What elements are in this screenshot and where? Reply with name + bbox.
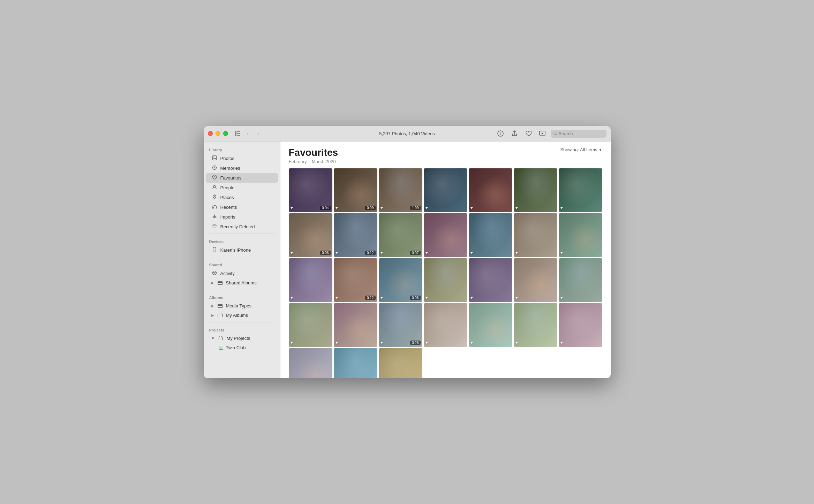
sidebar-item-shared-albums[interactable]: ▶ Shared Albums bbox=[206, 278, 278, 288]
sidebar-item-recently-deleted[interactable]: Recently Deleted bbox=[206, 222, 278, 231]
sidebar-toggle-button[interactable] bbox=[234, 130, 241, 137]
photo-cell[interactable]: ♥0:07 bbox=[379, 213, 422, 257]
sidebar-item-photos[interactable]: Photos bbox=[206, 154, 278, 163]
sidebar-item-places[interactable]: Places bbox=[206, 193, 278, 202]
memories-icon bbox=[211, 165, 218, 171]
photos-grid: ♥0:04♥0:09♥1:09♥♥♥♥♥0:06♥0:12♥0:07♥♥♥♥♥♥… bbox=[280, 167, 611, 378]
heart-icon: ♥ bbox=[425, 250, 428, 255]
heart-icon: ♥ bbox=[470, 295, 473, 300]
photo-cell[interactable]: ♥ bbox=[424, 303, 467, 347]
heart-icon: ♥ bbox=[425, 340, 428, 345]
video-duration: 0:07 bbox=[410, 251, 420, 255]
share-button[interactable] bbox=[509, 128, 520, 139]
titlebar: ‹ › 5,297 Photos, 1,040 Videos i bbox=[204, 126, 611, 142]
sidebar-item-favourites[interactable]: Favourites bbox=[206, 173, 278, 183]
back-button[interactable]: ‹ bbox=[244, 130, 252, 137]
photo-cell[interactable]: ♥0:04 bbox=[289, 168, 332, 212]
main-content: Library Photos Memories Favourites bbox=[204, 142, 611, 378]
sidebar-item-people[interactable]: People bbox=[206, 183, 278, 192]
photo-cell[interactable]: ♥ bbox=[469, 303, 512, 347]
titlebar-controls: ‹ › bbox=[234, 130, 262, 137]
main-window: ‹ › 5,297 Photos, 1,040 Videos i bbox=[204, 126, 611, 378]
svg-point-12 bbox=[214, 196, 215, 197]
svg-rect-19 bbox=[218, 337, 223, 340]
photo-cell[interactable]: ♥ bbox=[514, 213, 557, 257]
photo-cell[interactable]: ♥0:09 bbox=[334, 168, 377, 212]
photo-cell[interactable]: ♥0:06 bbox=[289, 213, 332, 257]
titlebar-stats: 5,297 Photos, 1,040 Videos bbox=[379, 131, 435, 136]
photo-cell[interactable]: ♥ bbox=[289, 258, 332, 302]
sidebar-item-my-projects[interactable]: ▼ My Projects bbox=[206, 334, 278, 343]
heart-icon: ♥ bbox=[380, 340, 383, 345]
activity-icon bbox=[211, 270, 218, 276]
photo-cell[interactable]: ♥ bbox=[559, 258, 602, 302]
library-section-label: Library bbox=[204, 144, 280, 153]
forward-button[interactable]: › bbox=[255, 130, 262, 137]
favourite-button[interactable] bbox=[523, 128, 534, 139]
projects-section-label: Projects bbox=[204, 324, 280, 334]
maximize-button[interactable] bbox=[223, 131, 228, 136]
sidebar-media-types-label: Media Types bbox=[226, 303, 272, 308]
sidebar-photos-label: Photos bbox=[220, 156, 272, 161]
imports-icon bbox=[211, 214, 218, 220]
sidebar-recently-deleted-label: Recently Deleted bbox=[220, 224, 272, 229]
sidebar-item-activity[interactable]: Activity bbox=[206, 269, 278, 278]
divider-devices bbox=[209, 234, 274, 234]
photo-cell[interactable]: ♥ bbox=[514, 303, 557, 347]
video-duration: 0:09 bbox=[365, 206, 375, 210]
sidebar-item-memories[interactable]: Memories bbox=[206, 163, 278, 173]
svg-text:i: i bbox=[500, 132, 501, 136]
photo-cell[interactable]: ♥0:26 bbox=[379, 303, 422, 347]
places-icon bbox=[211, 194, 218, 200]
photo-cell[interactable]: ♥ bbox=[559, 168, 602, 212]
photo-cell[interactable]: ♥ bbox=[469, 213, 512, 257]
photo-cell[interactable]: ♥ bbox=[379, 348, 422, 378]
minimize-button[interactable] bbox=[216, 131, 220, 136]
filter-selector[interactable]: Showing: All Items ▼ bbox=[560, 147, 602, 152]
twin-club-icon bbox=[219, 345, 223, 351]
photo-cell[interactable]: ♥ bbox=[469, 258, 512, 302]
heart-icon: ♥ bbox=[560, 205, 563, 210]
heart-icon: ♥ bbox=[560, 295, 563, 300]
sidebar-item-recents[interactable]: Recents bbox=[206, 203, 278, 212]
sidebar-item-twin-club[interactable]: Twin Club bbox=[206, 343, 278, 352]
photo-cell[interactable]: ♥ bbox=[424, 258, 467, 302]
slideshow-button[interactable] bbox=[537, 128, 548, 139]
photo-cell[interactable]: ♥0:08 bbox=[289, 348, 332, 378]
photo-cell[interactable]: ♥ bbox=[424, 168, 467, 212]
search-bar[interactable] bbox=[551, 130, 606, 138]
photo-cell[interactable]: ♥ bbox=[514, 168, 557, 212]
svg-rect-1 bbox=[237, 131, 240, 132]
close-button[interactable] bbox=[208, 131, 213, 136]
photo-cell[interactable]: ♥0:25 bbox=[334, 348, 377, 378]
sidebar-item-imports[interactable]: Imports bbox=[206, 212, 278, 222]
photo-cell[interactable]: ♥ bbox=[514, 258, 557, 302]
heart-icon: ♥ bbox=[515, 295, 518, 300]
search-icon bbox=[553, 131, 557, 136]
photo-cell[interactable]: ♥ bbox=[559, 303, 602, 347]
svg-rect-3 bbox=[237, 135, 240, 136]
heart-icon: ♥ bbox=[380, 295, 383, 300]
sidebar-item-karens-iphone[interactable]: Karen's iPhone bbox=[206, 245, 278, 255]
sidebar-item-media-types[interactable]: ▶ Media Types bbox=[206, 301, 278, 311]
photo-cell[interactable]: ♥ bbox=[469, 168, 512, 212]
filter-chevron-icon: ▼ bbox=[599, 148, 602, 152]
heart-icon: ♥ bbox=[515, 340, 518, 345]
favourites-icon bbox=[211, 175, 218, 181]
photo-cell[interactable]: ♥ bbox=[334, 303, 377, 347]
photo-cell[interactable]: ♥ bbox=[559, 213, 602, 257]
photo-cell[interactable]: ♥1:09 bbox=[379, 168, 422, 212]
photo-cell[interactable]: ♥ bbox=[424, 213, 467, 257]
sidebar-item-my-albums[interactable]: ▶ My Albums bbox=[206, 311, 278, 320]
photo-cell[interactable]: ♥0:06 bbox=[379, 258, 422, 302]
photo-cell[interactable]: ♥0:12 bbox=[334, 213, 377, 257]
sidebar-imports-label: Imports bbox=[220, 214, 272, 220]
info-button[interactable]: i bbox=[495, 128, 506, 139]
photo-cell[interactable]: ♥0:12 bbox=[334, 258, 377, 302]
shared-albums-chevron: ▶ bbox=[211, 281, 214, 285]
my-albums-icon bbox=[217, 313, 223, 318]
photos-icon bbox=[211, 155, 218, 161]
search-input[interactable] bbox=[558, 131, 603, 136]
content-header: Favourites February – March 2020 Showing… bbox=[280, 142, 611, 167]
photo-cell[interactable]: ♥ bbox=[289, 303, 332, 347]
